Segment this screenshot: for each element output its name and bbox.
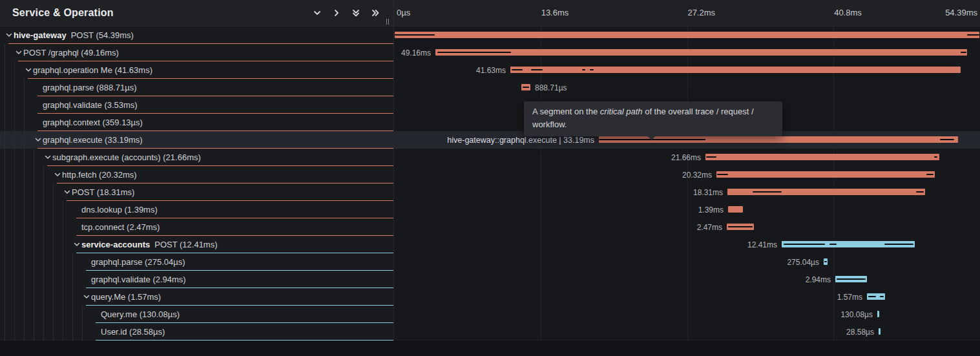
span-duration-label: 1.57ms	[837, 293, 862, 302]
span-track-row[interactable]: 275.04µs	[394, 253, 980, 271]
chevron-down-icon[interactable]	[4, 33, 14, 37]
span-operation-label: graphql.validate (2.94ms)	[91, 275, 186, 284]
critical-path-segment	[916, 191, 924, 193]
double-chevron-right-icon[interactable]	[370, 8, 381, 18]
critical-path-segment	[590, 69, 594, 70]
chevron-right-icon[interactable]	[331, 8, 342, 18]
span-operation-label: dns.lookup (1.39ms)	[81, 205, 158, 215]
span-operation-label: graphql.context (359.13µs)	[43, 118, 143, 127]
span-tree-row[interactable]: graphql.operation Me (41.63ms)	[0, 61, 393, 79]
span-duration-label: 20.32ms	[682, 171, 712, 180]
span-tree-row[interactable]: graphql.context (359.13µs)	[0, 114, 393, 131]
span-bar[interactable]	[879, 328, 881, 335]
chevron-down-icon[interactable]	[33, 138, 43, 142]
axis-tick-1: 13.6ms	[541, 8, 569, 17]
span-track-row[interactable]: 130.08µs	[394, 306, 980, 323]
span-tree-row[interactable]: subgraph.execute (accounts) (21.66ms)	[0, 149, 393, 166]
span-tree-row[interactable]: query.Me (1.57ms)	[0, 288, 393, 306]
span-tree-row[interactable]: graphql.parse (888.71µs)	[0, 79, 393, 96]
span-duration-label: 12.41ms	[747, 240, 777, 249]
span-bar[interactable]	[716, 171, 935, 178]
span-tree-row[interactable]: Query.me (130.08µs)	[0, 306, 393, 323]
trace-viewer-panel: Service & Operation 0µs 13.6ms 27.2	[0, 0, 980, 356]
span-duration-label: 1.39ms	[698, 205, 724, 215]
span-bar[interactable]	[510, 67, 961, 73]
span-track-row[interactable]: 41.63ms	[394, 61, 980, 79]
service-name: hive-gateway	[14, 30, 67, 40]
timeline-axis: 0µs 13.6ms 27.2ms 40.8ms 54.39ms	[393, 0, 980, 26]
span-track-row[interactable]: 18.31ms	[394, 183, 980, 201]
span-track-row[interactable]: 2.47ms	[394, 218, 980, 236]
chevron-down-icon[interactable]	[23, 68, 33, 72]
span-bar[interactable]	[395, 32, 979, 38]
tree-header-controls	[312, 0, 381, 26]
span-track-row[interactable]: 1.39ms	[394, 201, 980, 218]
span-tree-row[interactable]: tcp.connect (2.47ms)	[0, 218, 393, 236]
span-tree-row[interactable]: graphql.validate (3.53ms)	[0, 96, 393, 114]
critical-path-segment	[824, 261, 827, 262]
span-duration-label: 28.58µs	[846, 328, 874, 337]
span-operation-label: http.fetch (20.32ms)	[62, 170, 137, 180]
span-tree-row[interactable]: dns.lookup (1.39ms)	[0, 201, 393, 218]
critical-path-segment	[880, 296, 884, 297]
span-track-row[interactable]: 49.16ms	[394, 44, 980, 61]
tooltip-text-italic: critical path	[600, 107, 643, 116]
span-track-row[interactable]: 28.58µs	[394, 323, 980, 340]
chevron-down-icon[interactable]	[43, 155, 52, 160]
span-track-row[interactable]: 2.94ms	[394, 271, 980, 288]
span-tree-row[interactable]: POST /graphql (49.16ms)	[0, 44, 393, 61]
span-operation-label: User.id (28.58µs)	[101, 327, 165, 337]
span-operation-label: graphql.parse (888.71µs)	[43, 83, 137, 92]
critical-path-segment	[926, 174, 933, 175]
pane-resize-handle[interactable]	[386, 19, 389, 25]
span-bar[interactable]	[877, 311, 879, 317]
chevron-down-icon[interactable]	[52, 173, 62, 177]
critical-path-segment	[728, 226, 753, 227]
span-duration-label: 275.04µs	[787, 258, 819, 267]
span-duration-label: 130.08µs	[840, 310, 873, 319]
span-bar[interactable]	[435, 49, 967, 56]
span-tree-row[interactable]: service-accountsPOST (12.41ms)	[0, 236, 393, 253]
span-tree-row[interactable]: hive-gatewayPOST (54.39ms)	[0, 26, 393, 44]
span-operation-label: POST /graphql (49.16ms)	[23, 48, 119, 58]
span-duration-label: hive-gateway::graphql.execute | 33.19ms	[447, 136, 594, 145]
span-tree-row[interactable]: POST (18.31ms)	[0, 183, 393, 201]
span-track-row[interactable]: 21.66ms	[394, 149, 980, 166]
chevron-down-icon[interactable]	[72, 242, 81, 247]
span-duration-label: 18.31ms	[693, 188, 723, 197]
span-timeline: 49.16ms41.63ms888.71µs3.53ms359.13µshive…	[393, 26, 980, 340]
span-tree-row[interactable]: graphql.validate (2.94ms)	[0, 271, 393, 288]
span-bar[interactable]	[728, 206, 743, 213]
span-duration-label: 2.47ms	[697, 223, 722, 232]
span-duration-label: 41.63ms	[476, 66, 506, 75]
tooltip-text-before: A segment on the	[532, 107, 600, 116]
span-tree-row[interactable]: graphql.execute (33.19ms)	[0, 131, 393, 149]
tree-header: Service & Operation	[0, 0, 393, 26]
chevron-down-icon[interactable]	[312, 8, 322, 18]
double-chevron-down-icon[interactable]	[351, 8, 361, 18]
service-name: service-accounts	[81, 240, 150, 249]
row-underline	[96, 340, 393, 340]
span-duration-label: 2.94ms	[806, 275, 831, 284]
span-track-row[interactable]: 20.32ms	[394, 166, 980, 183]
critical-path-segment	[395, 34, 435, 36]
critical-path-segment	[837, 278, 866, 280]
span-tree-row[interactable]: http.fetch (20.32ms)	[0, 166, 393, 183]
span-operation-label: tcp.connect (2.47ms)	[81, 222, 160, 232]
span-track-row[interactable]: 1.57ms	[394, 288, 980, 306]
span-bar[interactable]	[705, 154, 939, 160]
critical-path-tooltip: A segment on the critical path of the ov…	[524, 101, 782, 136]
span-duration-label: 888.71µs	[535, 83, 567, 92]
span-tree-row[interactable]: User.id (28.58µs)	[0, 323, 393, 340]
span-track-row[interactable]	[394, 26, 980, 44]
critical-path-segment	[934, 156, 937, 158]
critical-path-segment	[706, 156, 716, 158]
axis-tick-3: 40.8ms	[834, 8, 862, 17]
span-tree-row[interactable]: graphql.parse (275.04µs)	[0, 253, 393, 271]
span-track-row[interactable]: 12.41ms	[394, 236, 980, 253]
chevron-down-icon[interactable]	[14, 50, 23, 55]
chevron-down-icon[interactable]	[81, 295, 91, 299]
span-track-row[interactable]: 888.71µs	[394, 79, 980, 96]
chevron-down-icon[interactable]	[62, 190, 72, 194]
span-tree: hive-gatewayPOST (54.39ms)POST /graphql …	[0, 26, 393, 340]
